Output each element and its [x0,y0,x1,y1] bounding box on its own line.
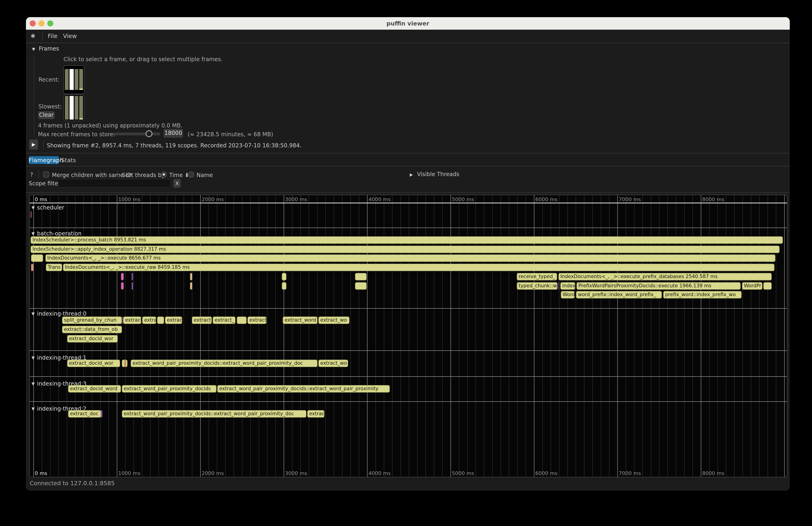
flame-bar[interactable] [282,273,287,280]
time-tick-label: 2000 ms [202,196,224,203]
flame-bar[interactable] [121,273,124,280]
flame-bar[interactable]: IndexScheduler>::apply_index_operation 8… [31,246,780,253]
flame-bar[interactable]: extract_ [213,317,235,324]
flame-bar[interactable]: Trans [46,264,62,271]
flame-bar[interactable] [124,360,126,367]
thread-group-header[interactable]: ▼scheduler [31,204,64,211]
flame-bar[interactable] [31,264,33,271]
time-tick-label: 0 ms [35,470,47,477]
frame-thumbnail-bar[interactable] [79,96,83,120]
frame-thumbnail-bar[interactable] [65,96,69,120]
flame-bar[interactable]: extract [247,317,266,324]
flame-bar[interactable] [190,282,192,290]
flame-bar[interactable] [132,273,133,280]
flame-bar[interactable]: IndexDocuments<_, _>::execute_raw 8459.1… [63,264,774,271]
app-menu-icon[interactable]: ✱ [31,32,35,39]
flame-bar[interactable]: extract_docid_wor [67,335,118,342]
frame-thumbnail-bar[interactable] [70,96,74,120]
flame-bar[interactable]: extract_word_pair_proximity_docids [122,385,216,393]
flame-bar[interactable]: prefix_word::index_prefix_wo [663,291,742,298]
flame-bar[interactable]: extract_word_pair_proximity_docids::extr… [131,360,318,367]
tab-stats[interactable]: Stats [60,156,77,164]
merge-children-checkbox[interactable] [43,172,49,177]
flame-bar[interactable]: extract::data_from_ob [62,326,122,333]
collapse-triangle-icon: ▼ [31,205,35,210]
sort-time-radio[interactable] [161,172,167,177]
clear-filter-button[interactable]: x [173,179,181,188]
slowest-frames-thumbnail[interactable] [63,94,84,121]
flame-bar[interactable] [559,282,560,290]
flame-bar[interactable]: PrefixWordPairsProximityDocids::execute … [577,282,741,290]
scope-filter-input[interactable] [58,179,171,188]
window-title: puffin viewer [26,20,790,27]
frame-thumbnail-bar[interactable] [74,69,78,90]
flame-bar[interactable]: WordPr [742,282,763,290]
flame-bar[interactable] [101,410,102,418]
collapse-triangle-icon: ▼ [31,231,35,236]
flame-bar[interactable]: extract_word [283,317,318,324]
flame-bar[interactable] [237,317,247,324]
time-tick-label: 1000 ms [118,196,141,203]
flame-bar[interactable]: split_grenad_by_chun [62,317,122,324]
flame-bar[interactable] [132,282,133,290]
flame-bar[interactable] [30,211,31,218]
max-frames-slider[interactable] [113,133,160,135]
frames-section-header[interactable]: ▼ Frames [32,45,59,52]
flame-bar[interactable] [122,317,123,324]
flame-bar[interactable]: IndexScheduler>::process_batch 8953.821 … [31,236,783,244]
flamegraph-canvas[interactable]: 0 ms0 ms1000 ms1000 ms2000 ms2000 ms3000… [29,195,787,477]
play-button[interactable]: ▶ [29,140,38,150]
controls-divider [118,171,118,179]
flame-bar[interactable]: extract_docid_wor [67,360,120,367]
flame-bar[interactable] [31,254,43,262]
flame-bar[interactable] [157,317,164,324]
frame-thumbnail-bar[interactable] [74,96,78,120]
flame-bar[interactable]: extract_wo [318,317,349,324]
flame-bar[interactable]: index [560,282,575,290]
flame-bar[interactable] [355,282,367,290]
flame-bar[interactable]: extra [142,317,156,324]
thread-group-header[interactable]: ▼indexing-thread:0 [31,310,86,317]
thread-group-name: batch-operation [37,230,82,237]
frame-thumbnail-bar[interactable] [79,69,83,90]
max-frames-value[interactable]: 18000 [164,129,183,138]
flame-bar[interactable]: extrac [307,410,324,418]
recent-frames-thumbnail[interactable] [63,65,84,94]
collapse-triangle-icon: ▼ [31,381,35,386]
frame-thumbnail-bar[interactable] [70,69,74,90]
visible-threads-header[interactable]: ▶ Visible Threads [410,171,459,177]
menu-file[interactable]: File [48,32,57,39]
flame-bar[interactable]: IndexDocuments<_, _>::execute 8656.677 m… [45,254,775,262]
flame-bar[interactable]: typed_chunk::w [517,282,557,290]
flame-bar[interactable]: extract_wo [318,360,348,367]
flame-bar[interactable] [282,282,287,290]
flame-bar[interactable]: extract_docid_word [68,385,121,393]
flame-bar[interactable]: IndexDocuments<_, _>::execute_prefix_dat… [559,273,772,280]
thread-group-header[interactable]: ▼batch-operation [31,230,82,237]
flame-bar[interactable] [190,273,192,280]
frame-thumbnail-bar[interactable] [65,69,69,90]
max-frames-note: (≈ 23428.5 minutes, ≈ 68 MB) [188,131,273,138]
gridline [784,195,785,477]
menu-view[interactable]: View [63,32,77,39]
flame-bar[interactable]: word_prefix::index_word_prefix_ [576,291,662,298]
clear-button[interactable]: Clear [38,111,55,119]
flame-bar[interactable]: receive_typed_ [517,273,557,280]
tab-flamegraph[interactable]: Flamegraph [29,156,59,164]
flame-bar[interactable]: extract [123,317,141,324]
flame-bar[interactable]: Word [561,291,575,298]
sort-name-radio[interactable] [188,172,194,177]
max-frames-slider-knob[interactable] [146,130,153,137]
flame-bar[interactable]: extract_ [192,317,212,324]
title-bar: puffin viewer [26,17,790,30]
flame-bar[interactable] [763,282,772,290]
help-button[interactable]: ? [30,172,33,178]
flame-bar[interactable] [355,273,367,280]
flame-bar[interactable] [121,282,124,290]
flame-bar[interactable]: extrac [165,317,182,324]
sort-name-label: Name [197,172,213,178]
flame-bar[interactable]: extract_doc [68,410,101,418]
frames-summary: 4 frames (1 unpacked) using approximatel… [38,122,183,129]
flame-bar[interactable]: extract_word_pair_proximity_docids::extr… [122,410,306,418]
flame-bar[interactable]: extract_word_pair_proximity_docids::extr… [217,385,390,393]
